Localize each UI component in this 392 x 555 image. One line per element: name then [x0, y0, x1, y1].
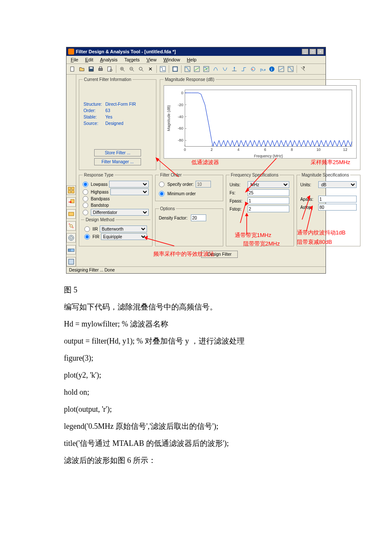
density-label: Density Factor: — [159, 216, 187, 220]
maximize-button[interactable]: □ — [309, 49, 316, 55]
svg-text:-20: -20 — [178, 103, 183, 107]
app-icon — [68, 49, 74, 55]
stable-value: Yes — [105, 114, 138, 120]
filter-spec-icon[interactable] — [159, 65, 167, 73]
doc-p9: title('信号通过 MTALAB 的低通滤波器后的波形'); — [64, 436, 328, 451]
highpass-radio[interactable]: Highpass — [83, 188, 149, 195]
zoom-in-icon[interactable] — [118, 65, 127, 73]
polezero-icon[interactable]: × — [249, 65, 257, 73]
step-icon[interactable] — [239, 65, 248, 73]
bandpass-radio[interactable]: Bandpass — [83, 196, 149, 202]
mag-response-icon[interactable] — [183, 65, 192, 73]
print-preview-icon[interactable] — [106, 65, 114, 73]
roundoff-icon[interactable] — [286, 65, 295, 73]
menu-edit[interactable]: Edit — [82, 56, 97, 63]
mag-phase-icon[interactable] — [202, 65, 210, 73]
fpass-input[interactable] — [248, 197, 289, 204]
new-icon[interactable] — [68, 65, 77, 73]
options-legend: Options — [159, 206, 176, 211]
open-icon[interactable] — [78, 65, 86, 73]
svg-text:2: 2 — [210, 147, 213, 152]
side-multirate-icon[interactable] — [66, 245, 76, 254]
fpass-label: Fpass: — [230, 199, 248, 203]
menu-view[interactable]: View — [143, 56, 160, 63]
svg-text:-40: -40 — [178, 115, 183, 119]
print-icon[interactable] — [96, 65, 105, 73]
impulse-icon[interactable] — [230, 65, 239, 73]
doc-p1: 编写如下代码，滤除混叠信号中的高频信号。 — [64, 299, 328, 315]
doc-p6: hold on; — [64, 384, 328, 400]
zoom-fit-icon[interactable] — [137, 65, 145, 73]
side-realize-icon[interactable] — [66, 209, 76, 219]
minimum-order-radio[interactable]: Minimum order — [159, 191, 219, 197]
iir-select[interactable]: Butterworth — [100, 225, 147, 232]
help-icon[interactable]: ? — [299, 65, 307, 73]
mag-units-select[interactable]: dB — [318, 181, 357, 188]
iir-radio[interactable]: IIR Butterworth — [84, 225, 147, 232]
side-transform-icon[interactable] — [66, 233, 76, 243]
units-select[interactable]: MHz — [248, 181, 289, 188]
store-filter-button[interactable]: Store Filter ... — [94, 149, 141, 156]
svg-text:6: 6 — [264, 147, 266, 152]
lowpass-radio[interactable]: Lowpass — [83, 181, 149, 188]
svg-text:0: 0 — [181, 91, 183, 95]
magest-icon[interactable] — [277, 65, 285, 73]
density-input[interactable] — [191, 214, 206, 221]
anno-fs: 采样频率25MHz — [311, 159, 350, 166]
astop-input[interactable] — [318, 204, 357, 211]
phase-response-icon[interactable] — [193, 65, 201, 73]
highpass-select[interactable] — [110, 188, 149, 195]
zoom-selection-icon[interactable]: ✕ — [146, 65, 155, 73]
side-quantize-icon[interactable] — [66, 257, 76, 266]
phase-delay-icon[interactable] — [221, 65, 229, 73]
app-window: Filter Design & Analysis Tool - [untitle… — [66, 47, 326, 274]
side-design-icon[interactable] — [66, 185, 76, 195]
svg-text:-60: -60 — [178, 126, 183, 130]
fs-input[interactable] — [248, 189, 289, 196]
svg-rect-2 — [90, 67, 93, 69]
specify-order-input[interactable] — [196, 181, 211, 188]
menu-analysis[interactable]: Analysis — [97, 56, 121, 63]
svg-rect-16 — [160, 66, 165, 72]
group-delay-icon[interactable] — [211, 65, 220, 73]
minimize-button[interactable]: _ — [302, 49, 308, 55]
menu-window[interactable]: Window — [160, 56, 183, 63]
full-view-icon[interactable] — [171, 65, 179, 73]
fir-select[interactable]: Equiripple — [101, 233, 147, 240]
side-import-icon[interactable] — [66, 197, 76, 207]
doc-p10: 滤波后的波形如图 6 所示： — [64, 453, 328, 468]
apass-input[interactable] — [318, 196, 357, 202]
order-label: Order: — [84, 108, 104, 113]
differentiator-radio[interactable]: Differentiator — [83, 209, 149, 216]
freq-spec-legend: Frequency Specifications — [230, 173, 280, 177]
magnitude-response-chart[interactable]: 0-20-40-60-80024681012Frequency (MHz)Mag… — [164, 85, 357, 159]
save-icon[interactable] — [87, 65, 95, 73]
svg-rect-31 — [288, 66, 293, 72]
svg-line-15 — [142, 70, 144, 72]
menu-help[interactable]: Help — [184, 56, 200, 63]
differentiator-select[interactable]: Differentiator — [91, 209, 149, 216]
fstop-input[interactable] — [248, 205, 289, 212]
close-button[interactable]: × — [317, 49, 324, 55]
svg-point-42 — [69, 235, 74, 240]
menu-file[interactable]: File — [67, 56, 82, 63]
source-label: Source: — [84, 121, 104, 126]
svg-rect-34 — [72, 187, 74, 190]
coeff-icon[interactable]: [b,a] — [258, 65, 267, 73]
svg-text:10: 10 — [317, 147, 321, 152]
design-filter-button[interactable]: Design Filter — [201, 251, 238, 258]
side-polezero-icon[interactable]: ×× — [66, 221, 76, 231]
mag-units-label: Units: — [300, 182, 318, 187]
info-icon[interactable]: i — [268, 65, 276, 73]
menu-targets[interactable]: Targets — [121, 56, 143, 63]
svg-text:0: 0 — [184, 147, 186, 152]
specify-order-radio[interactable]: Specify order: — [159, 181, 219, 188]
response-type-legend: Response Type — [83, 173, 115, 177]
bandstop-radio[interactable]: Bandstop — [83, 202, 149, 208]
fstop-label: Fstop: — [230, 207, 248, 211]
svg-rect-47 — [69, 259, 74, 264]
lowpass-select[interactable] — [109, 181, 148, 188]
fir-radio[interactable]: FIR Equiripple — [84, 233, 147, 240]
zoom-out-icon[interactable] — [127, 65, 136, 73]
filter-manager-button[interactable]: Filter Manager ... — [94, 158, 141, 165]
